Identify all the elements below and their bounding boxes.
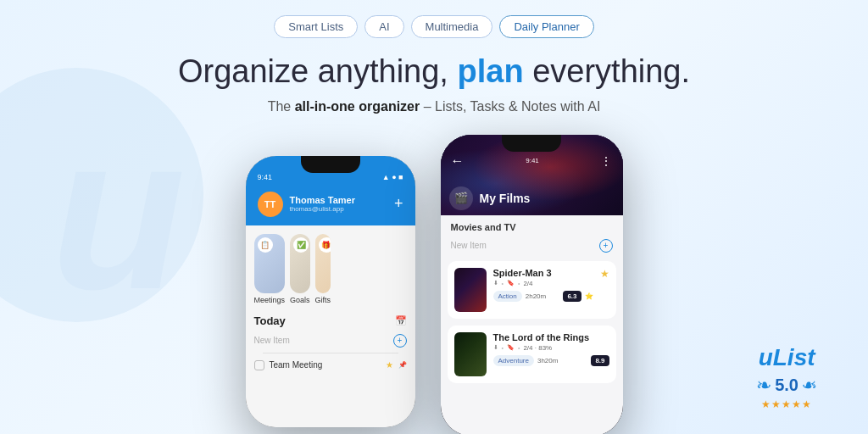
movie-card-spiderman[interactable]: Spider-Man 3 ⬇ • 🔖 • 2/4 Action 2h20m	[448, 261, 616, 319]
download-icon: ⬇	[493, 280, 498, 287]
meetings-label: Meetings	[254, 296, 286, 304]
phone-left: 9:41 ▲ ● ■ TT Thomas Tamer thomas@ulist.…	[246, 156, 415, 427]
phone-right: ← 9:41 ⋮ 🎬 My Films Movies and TV New It…	[441, 135, 623, 434]
right-status-time: 9:41	[526, 157, 539, 164]
ulist-logo: uList	[756, 344, 817, 371]
task-star-icon: ★	[386, 360, 393, 370]
left-header: TT Thomas Tamer thomas@ulist.app +	[246, 186, 415, 225]
card-goals[interactable]: ✅	[290, 234, 310, 293]
my-films-title: My Films	[480, 192, 531, 205]
tag-action: Action	[493, 291, 522, 302]
right-content: Movies and TV New Item + Spider-Man 3	[441, 215, 623, 434]
subtitle-rest: – Lists, Tasks & Notes with AI	[424, 99, 601, 114]
subtitle-plain: The	[268, 99, 292, 114]
lotr-rating: 8.9	[591, 355, 609, 366]
card-gifts-container: 🎁 Gifts	[315, 234, 331, 304]
left-status-icons: ▲ ● ■	[382, 173, 403, 181]
card-gifts[interactable]: 🎁	[315, 234, 331, 293]
tab-ai[interactable]: AI	[364, 15, 403, 38]
meta-dot-2: •	[518, 281, 520, 287]
hero-title: Organize anything, plan everything.	[178, 53, 690, 91]
right-title-bar: 🎬 My Films	[449, 186, 531, 210]
hero-subtitle: The all-in-one organizer – Lists, Tasks …	[268, 99, 601, 114]
more-button[interactable]: ⋮	[600, 154, 612, 168]
task-pin-icon: 📌	[398, 361, 407, 369]
rating-number: 5.0	[775, 376, 798, 395]
hero-title-everything: everything.	[532, 53, 690, 89]
avatar: TT	[258, 192, 283, 217]
meta-dot-3: •	[502, 345, 504, 351]
tag-adventure: Adventure	[493, 355, 534, 366]
phone-notch-left	[301, 156, 360, 173]
new-item-placeholder: New Item	[254, 336, 388, 345]
bookmark-icon: 🔖	[507, 280, 515, 287]
gifts-icon: 🎁	[319, 237, 331, 253]
meta-dot-4: •	[518, 345, 520, 351]
main-content: Smart Lists AI Multimedia Daily Planner …	[0, 0, 868, 434]
new-item-row: New Item +	[254, 334, 407, 348]
bookmark-icon-2: 🔖	[507, 344, 515, 351]
movies-tv-section-header: Movies and TV	[441, 215, 623, 236]
card-meetings-container: 📋 Meetings	[254, 234, 286, 304]
divider	[263, 353, 398, 353]
film-icon: 🎬	[449, 186, 473, 210]
tag-duration-lotr: 3h20m	[537, 357, 558, 364]
back-button[interactable]: ←	[451, 153, 465, 169]
task-name: Team Meeting	[270, 360, 381, 370]
left-status-time: 9:41	[258, 173, 273, 181]
tag-duration: 2h20m	[526, 292, 546, 300]
stars-row: ★★★★★	[761, 398, 812, 410]
goals-label: Goals	[290, 296, 310, 304]
movie-title-spiderman: Spider-Man 3	[493, 268, 593, 278]
lotr-fraction: 2/4 · 83%	[523, 344, 552, 352]
new-item-right-placeholder: New Item	[451, 241, 594, 250]
laurel-left: ❧	[756, 375, 771, 397]
spiderman-star: ⭐	[585, 292, 593, 300]
movie-thumb-spiderman	[454, 268, 487, 312]
subtitle-bold: all-in-one organizer	[295, 99, 420, 114]
cards-row: 📋 Meetings ✅ Goals 🎁 Gift	[246, 225, 415, 308]
tab-multimedia[interactable]: Multimedia	[411, 15, 493, 38]
today-title: Today	[254, 314, 286, 327]
spiderman-favorite[interactable]: ★	[600, 268, 609, 280]
today-header: Today 📅	[254, 314, 407, 327]
movie-info-spiderman: Spider-Man 3 ⬇ • 🔖 • 2/4 Action 2h20m	[493, 268, 593, 302]
card-meetings[interactable]: 📋	[254, 234, 286, 293]
phone-left-screen: 9:41 ▲ ● ■ TT Thomas Tamer thomas@ulist.…	[246, 156, 415, 427]
add-movie-button[interactable]: +	[599, 239, 613, 253]
movie-title-lotr: The Lord of the Rings	[493, 332, 609, 342]
task-checkbox[interactable]	[254, 360, 264, 370]
lotr-thumb-img	[454, 332, 487, 376]
calendar-icon: 📅	[395, 315, 407, 326]
tab-smart-lists[interactable]: Smart Lists	[274, 15, 358, 38]
spiderman-fraction: 2/4	[523, 280, 532, 287]
header-text: Thomas Tamer thomas@ulist.app	[290, 195, 387, 213]
ulist-brand: uList ❧ 5.0 ❧ ★★★★★	[756, 344, 817, 410]
add-button[interactable]: +	[394, 195, 403, 213]
gifts-label: Gifts	[315, 296, 331, 304]
download-icon-2: ⬇	[493, 344, 498, 351]
movie-card-lotr[interactable]: The Lord of the Rings ⬇ • 🔖 • 2/4 · 83% …	[448, 326, 616, 383]
phones-area: 9:41 ▲ ● ■ TT Thomas Tamer thomas@ulist.…	[0, 135, 868, 434]
spiderman-thumb-img	[454, 268, 487, 312]
movie-thumb-lotr	[454, 332, 487, 376]
spiderman-tags: Action 2h20m 6.3 ⭐	[493, 291, 593, 302]
user-email: thomas@ulist.app	[290, 205, 387, 213]
user-name: Thomas Tamer	[290, 195, 387, 205]
today-section: Today 📅 New Item + Team Meeting ★ 📌	[246, 308, 415, 427]
new-item-right-row: New Item +	[441, 236, 623, 258]
movie-meta-spiderman: ⬇ • 🔖 • 2/4	[493, 280, 593, 287]
tab-daily-planner[interactable]: Daily Planner	[499, 15, 593, 38]
meetings-icon: 📋	[258, 237, 273, 253]
meta-dot: •	[502, 281, 504, 287]
phone-right-screen: ← 9:41 ⋮ 🎬 My Films Movies and TV New It…	[441, 135, 623, 434]
rating-display: ❧ 5.0 ❧ ★★★★★	[756, 375, 817, 410]
spiderman-rating: 6.3	[563, 291, 581, 302]
hero-title-plain: Organize anything,	[178, 53, 448, 89]
movie-info-lotr: The Lord of the Rings ⬇ • 🔖 • 2/4 · 83% …	[493, 332, 609, 366]
nav-tabs: Smart Lists AI Multimedia Daily Planner	[274, 15, 594, 38]
task-row[interactable]: Team Meeting ★ 📌	[254, 357, 407, 374]
laurel-right: ❧	[802, 375, 817, 397]
card-goals-container: ✅ Goals	[290, 234, 310, 304]
add-item-button[interactable]: +	[393, 334, 407, 348]
